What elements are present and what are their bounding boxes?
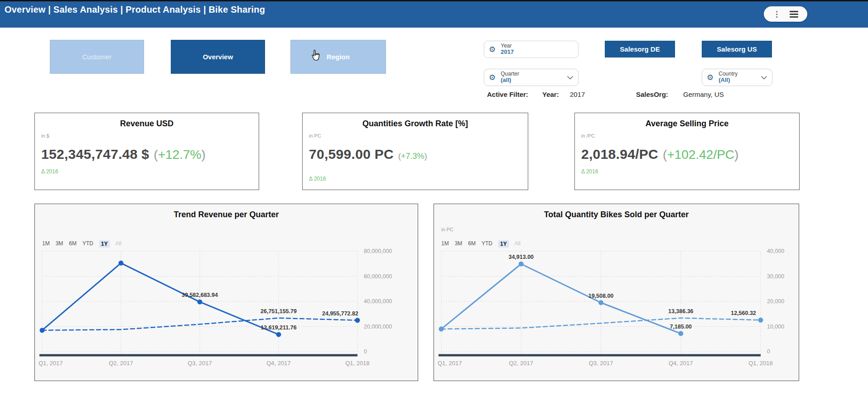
svg-text:24,955,772.82: 24,955,772.82 bbox=[322, 310, 358, 317]
active-filter-year-label: Year: bbox=[542, 91, 559, 98]
svg-text:Q2, 2017: Q2, 2017 bbox=[509, 360, 534, 367]
kpi-delta: (+12.7%) bbox=[154, 148, 205, 162]
chart-card-quantity-trend: Total Quantity Bikes Sold per Quarter in… bbox=[434, 204, 799, 381]
svg-text:Q4, 2017: Q4, 2017 bbox=[669, 360, 693, 367]
svg-text:20,000: 20,000 bbox=[767, 298, 784, 305]
svg-text:13,386.36: 13,386.36 bbox=[668, 308, 694, 315]
svg-text:13,619,211.76: 13,619,211.76 bbox=[260, 324, 296, 331]
app-header-bar: Overview | Sales Analysis | Product Anal… bbox=[0, 0, 868, 28]
svg-text:0: 0 bbox=[767, 348, 770, 355]
filter-label: Quarter bbox=[501, 71, 519, 77]
kpi-value: 2,018.94/PC bbox=[581, 147, 658, 162]
kpi-title: Quantities Growth Rate [%] bbox=[303, 119, 528, 129]
svg-text:39,582,683.94: 39,582,683.94 bbox=[182, 292, 218, 298]
svg-text:60,000,000: 60,000,000 bbox=[364, 273, 392, 280]
svg-text:20,000,000: 20,000,000 bbox=[364, 324, 392, 330]
header-menu-pill: ⋮ bbox=[764, 6, 807, 22]
svg-text:40,000: 40,000 bbox=[767, 248, 784, 254]
nav-button-region[interactable]: Region bbox=[290, 40, 386, 74]
kpi-delta: (+7.3%) bbox=[398, 152, 427, 161]
filter-label: Year bbox=[501, 43, 514, 49]
nav-button-overview[interactable]: Overview bbox=[171, 40, 265, 74]
svg-text:Q1, 2017: Q1, 2017 bbox=[39, 360, 63, 367]
filter-value: 2017 bbox=[501, 49, 514, 56]
svg-text:Q1, 2017: Q1, 2017 bbox=[438, 360, 462, 367]
salesorg-us-button[interactable]: Salesorg US bbox=[702, 41, 772, 57]
svg-text:30,000: 30,000 bbox=[767, 273, 784, 280]
button-label: Salesorg DE bbox=[620, 45, 660, 53]
svg-text:Q3, 2017: Q3, 2017 bbox=[188, 360, 212, 367]
svg-text:Q1, 2018: Q1, 2018 bbox=[345, 360, 370, 367]
quantity-trend-line-chart[interactable]: 010,00020,00030,00040,000Q1, 2017Q2, 201… bbox=[434, 204, 799, 381]
svg-text:Q1, 2018: Q1, 2018 bbox=[748, 360, 773, 367]
kpi-baseline: Δ 2016 bbox=[309, 176, 326, 182]
svg-text:26,751,155.79: 26,751,155.79 bbox=[260, 308, 297, 315]
filter-value: (All) bbox=[719, 77, 738, 84]
kpi-card-quantities-growth: Quantities Growth Rate [%] in PC 70,599.… bbox=[302, 113, 528, 190]
kpi-delta: (+102.42/PC) bbox=[663, 148, 738, 162]
nav-button-label: Region bbox=[327, 53, 350, 61]
kpi-value: 152,345,747.48 $ bbox=[41, 147, 149, 162]
dimension-icon: ⚙ bbox=[707, 74, 714, 81]
chevron-down-icon[interactable] bbox=[761, 76, 767, 80]
kpi-card-revenue: Revenue USD in $ 152,345,747.48 $ (+12.7… bbox=[34, 113, 259, 190]
kpi-card-average-selling-price: Average Selling Price in /PC 2,018.94/PC… bbox=[574, 113, 800, 190]
nav-button-customer[interactable]: Customer bbox=[50, 40, 144, 74]
salesorg-de-button[interactable]: Salesorg DE bbox=[605, 41, 675, 57]
chevron-down-icon[interactable] bbox=[567, 76, 574, 80]
kpi-title: Average Selling Price bbox=[575, 119, 799, 129]
nav-button-label: Overview bbox=[203, 53, 233, 61]
kpi-baseline: Δ 2016 bbox=[581, 168, 598, 175]
button-label: Salesorg US bbox=[717, 45, 757, 53]
revenue-trend-line-chart[interactable]: 020,000,00040,000,00060,000,00080,000,00… bbox=[35, 204, 418, 381]
active-filter-title: Active Filter: bbox=[487, 91, 528, 98]
svg-text:Q4, 2017: Q4, 2017 bbox=[266, 360, 291, 367]
kpi-value: 70,599.00 PC bbox=[309, 147, 394, 162]
hamburger-menu-icon[interactable] bbox=[790, 11, 798, 18]
kpi-baseline: Δ 2016 bbox=[41, 168, 58, 175]
svg-text:Q2, 2017: Q2, 2017 bbox=[109, 360, 133, 367]
kpi-unit: in /PC bbox=[581, 133, 595, 138]
svg-text:40,000,000: 40,000,000 bbox=[364, 298, 392, 305]
filter-country[interactable]: ⚙ Country (All) bbox=[702, 69, 772, 86]
filter-value: (all) bbox=[501, 77, 519, 84]
svg-text:0: 0 bbox=[364, 348, 367, 355]
svg-text:10,000: 10,000 bbox=[767, 324, 784, 330]
svg-text:34,913.00: 34,913.00 bbox=[508, 254, 534, 260]
svg-text:19,508.00: 19,508.00 bbox=[588, 293, 614, 299]
filter-label: Country bbox=[719, 71, 738, 77]
dimension-icon: ⚙ bbox=[489, 46, 496, 53]
svg-text:12,560.32: 12,560.32 bbox=[731, 310, 756, 316]
svg-text:Q3, 2017: Q3, 2017 bbox=[589, 360, 613, 367]
dimension-icon: ⚙ bbox=[489, 74, 496, 81]
chart-card-revenue-trend: Trend Revenue per Quarter 1M3M6MYTD1YAll… bbox=[34, 204, 418, 381]
filter-quarter[interactable]: ⚙ Quarter (all) bbox=[484, 69, 579, 86]
kpi-unit: in $ bbox=[41, 133, 49, 138]
active-filter-salesorg-value: Germany, US bbox=[683, 91, 724, 98]
dashboard-page: Overview | Sales Analysis | Product Anal… bbox=[0, 0, 868, 410]
filter-year[interactable]: ⚙ Year 2017 bbox=[484, 41, 579, 58]
svg-text:7,185.00: 7,185.00 bbox=[670, 324, 692, 330]
page-title: Overview | Sales Analysis | Product Anal… bbox=[5, 5, 265, 15]
active-filter-salesorg-label: SalesOrg: bbox=[636, 91, 668, 98]
svg-text:80,000,000: 80,000,000 bbox=[364, 248, 392, 254]
overflow-menu-icon[interactable]: ⋮ bbox=[773, 10, 781, 18]
active-filter-year-value: 2017 bbox=[570, 91, 585, 98]
nav-button-label: Customer bbox=[82, 53, 111, 61]
kpi-unit: in PC bbox=[309, 133, 321, 138]
kpi-title: Revenue USD bbox=[35, 119, 259, 129]
